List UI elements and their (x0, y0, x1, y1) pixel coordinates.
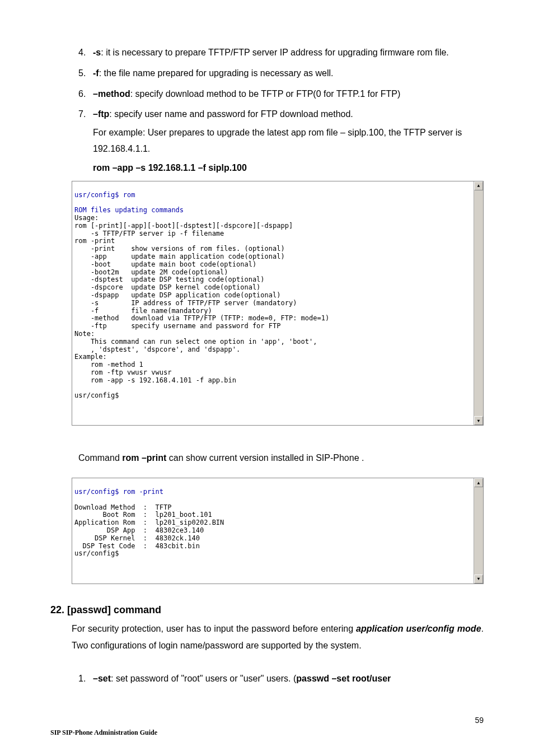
item-text: -s: it is necessary to prepare TFTP/FTP … (93, 45, 484, 61)
terminal-pre-2: usr/config$ rom -print Download Method :… (72, 486, 483, 560)
list-item-b1: 1. –set: set password of "root" users or… (78, 671, 484, 687)
item-text: –set: set password of "root" users or "u… (93, 674, 391, 683)
item-num: 4. (78, 45, 86, 61)
list-item-5: 5. -f: the file name prepared for upgrad… (78, 66, 484, 82)
footer-text: SIP SIP-Phone Administration Guide (50, 729, 157, 737)
numbered-list-bottom: 1. –set: set password of "root" users or… (78, 671, 484, 687)
scrollbar-1[interactable]: ▲ ▼ (474, 181, 483, 426)
page-number: 59 (475, 716, 484, 725)
term-body-1: Usage: rom [-print][-app][-boot][-dsptes… (74, 214, 329, 399)
scrollbar-2[interactable]: ▲ ▼ (474, 478, 483, 583)
item-text: -f: the file name prepared for upgrading… (93, 66, 484, 82)
scroll-up-icon[interactable]: ▲ (474, 478, 483, 487)
page-container: 4. -s: it is necessary to prepare TFTP/F… (0, 0, 534, 756)
item-rest: : specify download method to be TFTP or … (130, 89, 401, 99)
terminal-output-1: usr/config$ rom ROM files updating comma… (72, 181, 484, 426)
terminal-output-2: usr/config$ rom -print Download Method :… (72, 478, 484, 584)
body-pre: For security protection, user has to inp… (72, 624, 356, 633)
rom-command-line: rom –app –s 192.168.1.1 –f siplp.100 (93, 163, 484, 173)
body-paragraph: For security protection, user has to inp… (72, 620, 484, 655)
scroll-track[interactable] (474, 487, 483, 574)
list-item-7: 7. –ftp: specify user name and password … (78, 106, 484, 157)
item-text: –ftp: specify user name and password for… (93, 106, 484, 157)
example-text: For example: User prepares to upgrade th… (93, 125, 484, 157)
flag: -f (93, 68, 99, 78)
item-num: 7. (78, 106, 86, 123)
term-line-1: usr/config$ rom (74, 191, 135, 199)
flag: -s (93, 48, 101, 57)
mid-paragraph: Command rom –print can show current vers… (78, 450, 484, 466)
scroll-up-icon[interactable]: ▲ (474, 181, 483, 190)
list-item-6: 6. –method: specify download method to b… (78, 86, 484, 102)
mid-bold: rom –print (122, 453, 166, 463)
item-rest: : specify user name and password for FTP… (109, 109, 353, 119)
mid-pre: Command (78, 453, 122, 463)
item-num: 6. (78, 86, 86, 102)
body-bold: application user/config mode (356, 624, 481, 633)
mid-post: can show current version installed in SI… (166, 453, 364, 463)
scroll-down-icon[interactable]: ▼ (474, 416, 483, 425)
flag: –method (93, 89, 130, 99)
item-rest: : it is necessary to prepare TFTP/FTP se… (101, 48, 449, 57)
section-heading: 22. [passwd] command (50, 604, 484, 616)
item-bold2: passwd –set root/user (296, 674, 391, 683)
scroll-down-icon[interactable]: ▼ (474, 575, 483, 584)
item-mid: : set password of "root" users or "user"… (111, 674, 296, 683)
flag: –ftp (93, 109, 109, 119)
flag: –set (93, 674, 111, 683)
term-line-2: ROM files updating commands (74, 206, 184, 214)
term2-line-1: usr/config$ rom -print (74, 488, 163, 496)
item-text: –method: specify download method to be T… (93, 86, 484, 102)
item-num: 1. (78, 671, 86, 687)
list-item-4: 4. -s: it is necessary to prepare TFTP/F… (78, 45, 484, 61)
term2-body: Download Method : TFTP Boot Rom : lp201_… (74, 503, 224, 558)
terminal-pre-1: usr/config$ rom ROM files updating comma… (72, 189, 483, 403)
item-num: 5. (78, 66, 86, 82)
item-rest: : the file name prepared for upgrading i… (99, 68, 334, 78)
numbered-list-top: 4. -s: it is necessary to prepare TFTP/F… (78, 45, 484, 157)
scroll-track[interactable] (474, 190, 483, 417)
